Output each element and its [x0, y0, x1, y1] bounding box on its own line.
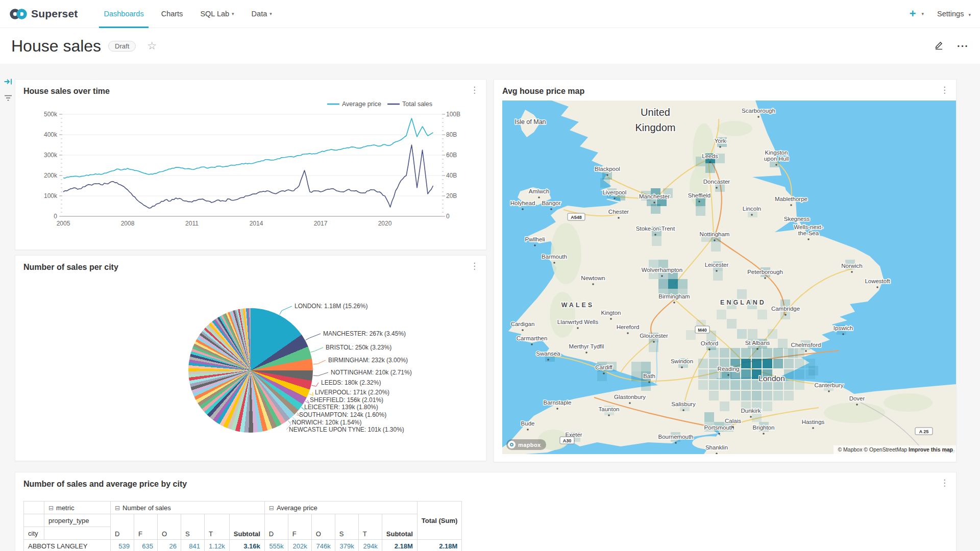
map-label-isle-of-man: Isle of Man: [514, 118, 546, 126]
corner-cell: [24, 502, 44, 514]
mapbox-logo[interactable]: mapbox: [506, 439, 546, 450]
col-S[interactable]: S: [335, 514, 358, 540]
cell-value[interactable]: 746k: [311, 540, 335, 551]
more-actions-icon[interactable]: ···: [957, 40, 969, 52]
cell-value[interactable]: 26: [158, 540, 181, 551]
map-city-label: Newtown: [581, 275, 605, 281]
map-city-label: Peterborough: [747, 269, 783, 275]
map-city-label: Glastonbury: [614, 394, 646, 400]
settings-menu[interactable]: Settings ▾: [937, 10, 971, 18]
filter-bar-collapsed: [2, 77, 14, 102]
col-S[interactable]: S: [181, 514, 205, 540]
cell-value[interactable]: 202k: [288, 540, 311, 551]
cell-value[interactable]: 294k: [358, 540, 382, 551]
cell-value[interactable]: 555k: [264, 540, 288, 551]
dashboard-titlebar: House sales Draft ☆ ···: [0, 28, 980, 64]
map-attribution: © Mapbox © OpenStreetMap Improve this ma…: [834, 445, 956, 454]
metric-header[interactable]: ⊟metric: [44, 502, 111, 514]
cell-value[interactable]: 1.12k: [205, 540, 230, 551]
svg-text:100B: 100B: [446, 111, 460, 118]
svg-text:300k: 300k: [44, 152, 58, 159]
map-city-label: Blackpool: [595, 166, 620, 172]
col-D[interactable]: D: [264, 514, 288, 540]
map-city-label: St Albans: [745, 340, 770, 346]
map-city-label: Calais: [725, 418, 741, 424]
cell-subtotal[interactable]: 2.18M: [382, 540, 417, 551]
col-subtotal[interactable]: Subtotal: [382, 514, 417, 540]
map-city-label: Leicester: [705, 262, 729, 268]
group-average-price[interactable]: ⊟Average price: [264, 502, 417, 514]
cell-value[interactable]: 379k: [335, 540, 358, 551]
map-city-label: Bangor: [542, 200, 560, 206]
mapbox-map[interactable]: UnitedKingdomENGLANDWALESIsle of ManLond…: [502, 101, 956, 454]
collapse-icon: ⊟: [48, 505, 54, 512]
col-F[interactable]: F: [288, 514, 311, 540]
nav-tab-dashboards[interactable]: Dashboards: [95, 0, 152, 28]
map-city-label: Hastings: [802, 419, 825, 425]
pie-label-norwich: NORWICH: 120k (1.54%): [292, 419, 361, 426]
map-city-label: Leeds: [702, 153, 718, 159]
nav-tab-data[interactable]: Data▾: [243, 0, 281, 28]
map-city-label: Liverpool: [603, 189, 627, 195]
map-city-label: Holyhead: [510, 200, 535, 206]
city-header: city: [24, 527, 44, 540]
svg-text:100k: 100k: [44, 192, 58, 199]
timeseries-plot[interactable]: 00100k20B200k40B300k60B400k80B500k100B20…: [22, 99, 478, 246]
chart-kebab-menu-icon[interactable]: ⋮: [470, 87, 479, 94]
map-city-label: Portsmouth: [704, 424, 734, 431]
cell-value[interactable]: 841: [181, 540, 205, 551]
map-city-label: Stoke-on-Trent: [636, 226, 675, 232]
cell-value[interactable]: 635: [134, 540, 158, 551]
pie-chart: LONDON: 1.18M (15.26%)MANCHESTER: 267k (…: [15, 256, 487, 462]
col-subtotal[interactable]: Subtotal: [229, 514, 264, 540]
chart-kebab-menu-icon[interactable]: ⋮: [940, 87, 949, 94]
map-city-label: the-Sea: [798, 230, 819, 236]
col-F[interactable]: F: [134, 514, 158, 540]
chevron-down-icon: ▾: [270, 11, 272, 16]
edit-pencil-icon[interactable]: [934, 40, 944, 52]
col-O[interactable]: O: [158, 514, 181, 540]
map-city-label: Taunton: [599, 406, 620, 412]
chevron-down-icon: ▾: [968, 12, 971, 17]
pie-label-manchester: MANCHESTER: 267k (3.45%): [323, 330, 406, 337]
map-city-label: Barnstaple: [544, 399, 572, 406]
col-O[interactable]: O: [311, 514, 335, 540]
pie-label-sheffield: SHEFFIELD: 156k (2.01%): [310, 396, 383, 404]
map-city-label: Hereford: [617, 324, 640, 330]
map-city-label: Nottingham: [700, 231, 730, 237]
favorite-star-icon[interactable]: ☆: [147, 40, 157, 52]
pie-slices[interactable]: [188, 308, 313, 433]
expand-filter-bar-icon[interactable]: [4, 77, 13, 86]
map-city-label: Bude: [521, 420, 535, 427]
cell-subtotal[interactable]: 3.16k: [229, 540, 264, 551]
chevron-down-icon[interactable]: ▾: [922, 11, 924, 16]
map-city-label: Carmarthen: [517, 335, 548, 341]
map-city-label: Chelmsford: [791, 342, 821, 348]
chevron-down-icon: ▾: [232, 11, 234, 16]
map-label-country: United: [641, 107, 670, 118]
nav-tab-charts[interactable]: Charts: [153, 0, 192, 28]
group-number-of-sales[interactable]: ⊟Number of sales: [111, 502, 265, 514]
collapse-icon: ⊟: [115, 505, 120, 512]
cell-total[interactable]: 2.18M: [417, 540, 462, 551]
col-D[interactable]: D: [111, 514, 134, 540]
infinity-logo-icon: [9, 7, 28, 21]
new-item-button[interactable]: +: [910, 7, 916, 20]
map-city-label: Shanklin: [705, 444, 728, 450]
col-T[interactable]: T: [358, 514, 382, 540]
col-T[interactable]: T: [205, 514, 230, 540]
legend: Average priceTotal sales: [328, 101, 432, 108]
cell-value[interactable]: 539: [111, 540, 134, 551]
road-badge: A 25: [919, 429, 929, 434]
map-canvas: UnitedKingdomENGLANDWALESIsle of ManLond…: [502, 101, 956, 454]
superset-logo[interactable]: Superset: [9, 7, 78, 21]
filter-lines-icon[interactable]: [4, 94, 13, 102]
map-city-label: Birmingham: [658, 293, 690, 299]
map-city-label: Salisbury: [671, 401, 696, 407]
chart-kebab-menu-icon[interactable]: ⋮: [940, 480, 949, 487]
page-title: House sales: [11, 37, 101, 56]
nav-tab-sql-lab[interactable]: SQL Lab▾: [191, 0, 242, 28]
svg-text:0: 0: [446, 213, 450, 220]
improve-map-link[interactable]: Improve this map: [909, 446, 953, 453]
chart-panel-avg-house-price-map: Avg house price map ⋮ UnitedKingdomENGLA…: [494, 79, 957, 462]
